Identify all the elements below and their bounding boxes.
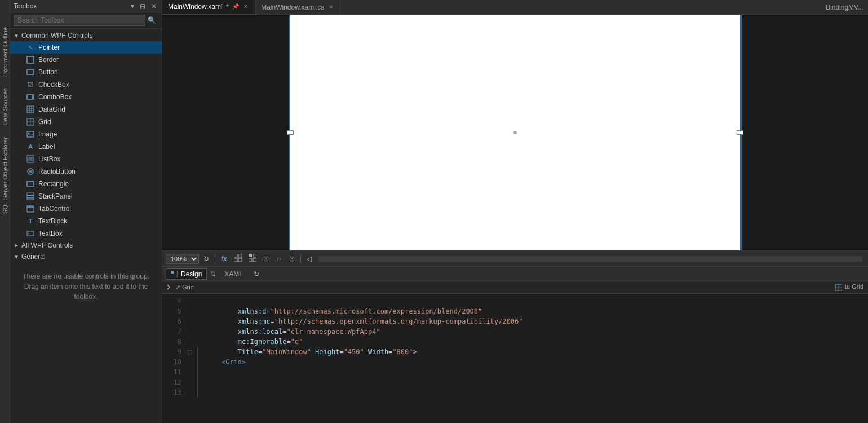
show-all-icon[interactable]: ⊡	[287, 254, 297, 264]
code-text-area[interactable]: xmlns:d="http://schemas.microsoft.com/ex…	[201, 294, 868, 423]
fold-button-9[interactable]: ⊟	[185, 347, 194, 357]
toolbox-item-textbox[interactable]: TextBox	[10, 227, 162, 240]
toolbox-item-stackpanel[interactable]: StackPanel	[10, 190, 162, 202]
button-icon	[26, 68, 35, 77]
tab-spacer	[340, 0, 821, 14]
border-icon	[26, 55, 35, 64]
fold-indicators: ⊟	[185, 294, 194, 423]
toolbox-item-pointer[interactable]: ↖ Pointer	[10, 41, 162, 54]
toolbox-item-textblock[interactable]: T TextBlock	[10, 215, 162, 227]
tabs-right-area: BindingMV...	[821, 0, 868, 14]
toolbox-header: Toolbox ▾ ⊟ ✕	[10, 0, 162, 12]
svg-text:▾: ▾	[33, 96, 34, 99]
toolbox-item-rectangle[interactable]: Rectangle	[10, 178, 162, 190]
toolbox-minimize-icon[interactable]: ⊟	[138, 2, 147, 11]
category-general[interactable]: ▼ General	[10, 251, 162, 262]
line-numbers: 4 5 6 7 8 9 10 11 12 13	[162, 294, 185, 423]
radiobutton-icon	[26, 167, 35, 176]
svg-rect-41	[171, 271, 174, 274]
view-switch-arrow[interactable]: ⇅	[210, 270, 216, 278]
toolbox-item-border[interactable]: Border	[10, 54, 162, 66]
toolbox-title: Toolbox	[14, 2, 37, 10]
right-panel-label[interactable]: BindingMV...	[826, 3, 863, 11]
toolbox-item-button[interactable]: Button	[10, 66, 162, 78]
sidebar-item-sql-server[interactable]: SQL Server Object Explorer	[1, 133, 10, 218]
window-container: MainWindow 💡	[290, 15, 741, 250]
toolbox-item-label: TextBox	[38, 230, 63, 237]
toolbar-separator-2	[300, 254, 301, 263]
tab-close-icon[interactable]: ✕	[327, 3, 334, 11]
toolbox-item-image[interactable]: Image	[10, 128, 162, 140]
zoom-select[interactable]: 100% 50% 200%	[166, 254, 199, 264]
tab-mainwindow-cs[interactable]: MainWindow.xaml.cs ✕	[255, 0, 340, 14]
xaml-refresh-icon[interactable]: ↻	[251, 269, 262, 279]
svg-rect-36	[249, 254, 252, 257]
design-view-button[interactable]: Design	[166, 268, 207, 280]
svg-rect-25	[27, 207, 34, 212]
svg-rect-27	[30, 205, 33, 207]
align-icon[interactable]: ⊡	[261, 254, 271, 264]
refresh-icon[interactable]: ↻	[201, 254, 211, 264]
svg-rect-34	[234, 258, 237, 262]
expression-fx-icon[interactable]: fx	[219, 254, 229, 264]
toolbox-item-label: Border	[38, 56, 59, 64]
svg-rect-0	[27, 56, 34, 63]
handle-left-center[interactable]	[287, 130, 294, 135]
search-icon[interactable]: 🔍	[145, 15, 158, 25]
sidebar-item-data-sources[interactable]: Data Sources	[1, 83, 10, 130]
snap-lines-icon[interactable]	[246, 253, 259, 265]
toolbox-item-label: StackPanel	[38, 192, 73, 200]
toolbox-item-radiobutton[interactable]: RadioButton	[10, 165, 162, 178]
anchor-all-icon[interactable]: ↔	[273, 254, 285, 264]
toolbox-close-icon[interactable]: ✕	[149, 2, 158, 11]
checkbox-icon: ☑	[26, 80, 35, 89]
svg-rect-5	[27, 106, 34, 113]
svg-rect-13	[27, 131, 34, 137]
category-arrow-all: ▼	[13, 243, 19, 248]
window-preview: MainWindow	[290, 15, 741, 250]
xaml-code-panel: 4 5 6 7 8 9 10 11 12 13 ⊟	[162, 293, 868, 423]
sidebar-item-document-outline[interactable]: Document Outline	[1, 23, 10, 81]
category-all-wpf[interactable]: ▼ All WPF Controls	[10, 240, 162, 251]
toolbox-header-icons: ▾ ⊟ ✕	[129, 2, 158, 11]
toolbox-item-label[interactable]: A Label	[10, 140, 162, 153]
handle-right-center[interactable]	[737, 130, 743, 135]
category-label-common: Common WPF Controls	[21, 32, 93, 39]
pointer-icon: ↖	[26, 43, 35, 52]
toolbox-item-checkbox[interactable]: ☑ CheckBox	[10, 78, 162, 91]
toolbox-item-combobox[interactable]: ▾ ComboBox	[10, 91, 162, 103]
toolbox-item-label: Grid	[38, 118, 51, 126]
design-canvas[interactable]	[290, 15, 740, 250]
grid-icon	[26, 117, 35, 126]
toolbox-pin-icon[interactable]: ▾	[129, 2, 136, 11]
toolbox-item-datagrid[interactable]: DataGrid	[10, 103, 162, 116]
toolbox-item-label: ListBox	[38, 155, 60, 163]
toolbox-item-listbox[interactable]: ListBox	[10, 153, 162, 165]
category-common-wpf[interactable]: ▼ Common WPF Controls	[10, 30, 162, 41]
tab-mainwindow-xaml[interactable]: MainWindow.xaml * 📌 ✕	[162, 0, 255, 14]
tab-label: MainWindow.xaml.cs	[261, 3, 324, 11]
toolbox-item-label: DataGrid	[38, 105, 65, 113]
grid-snap-icon[interactable]	[232, 253, 244, 265]
svg-rect-38	[249, 258, 252, 262]
toolbox-item-label: ComboBox	[38, 93, 72, 101]
tab-pin-icon[interactable]: 📌	[232, 3, 239, 10]
code-breadcrumb-bar: ↗ Grid ⊞ Grid	[162, 281, 868, 293]
listbox-icon	[26, 155, 35, 164]
search-input[interactable]	[14, 15, 145, 26]
rectangle-icon	[26, 179, 35, 188]
collapse-icon[interactable]: ◁	[304, 254, 314, 264]
tab-close-icon[interactable]: ✕	[242, 3, 249, 10]
toolbox-item-tabcontrol[interactable]: TabControl	[10, 202, 162, 215]
breadcrumb-grid-left[interactable]: ↗ Grid	[167, 284, 194, 291]
toolbox-item-label: Rectangle	[38, 180, 69, 188]
category-label-general: General	[21, 253, 46, 261]
horizontal-scrollbar[interactable]	[318, 256, 862, 262]
fold-lines	[194, 294, 201, 423]
svg-rect-28	[27, 231, 34, 236]
svg-rect-23	[27, 196, 34, 198]
svg-rect-33	[238, 254, 242, 257]
xaml-view-button[interactable]: XAML	[219, 268, 248, 280]
toolbox-item-grid[interactable]: Grid	[10, 116, 162, 128]
vertical-tabs-panel: Document Outline Data Sources SQL Server…	[0, 0, 10, 423]
